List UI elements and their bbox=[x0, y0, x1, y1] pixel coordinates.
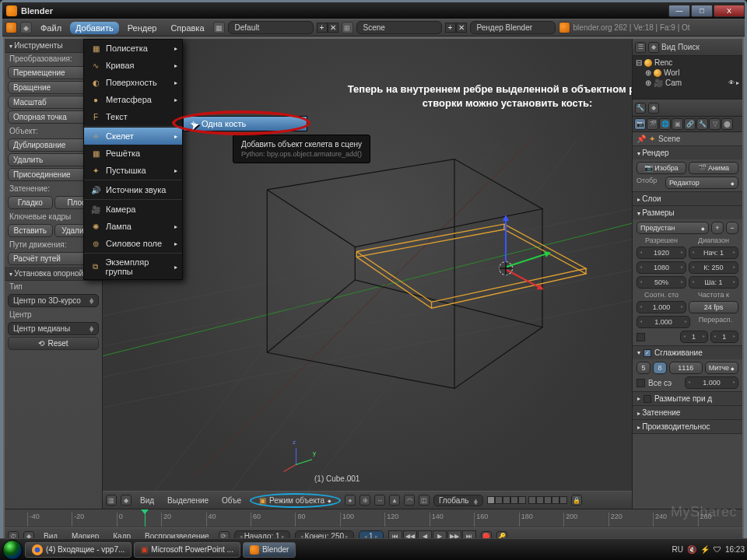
tray-icon[interactable]: 🛡 bbox=[714, 545, 721, 554]
timeline-cursor[interactable] bbox=[145, 509, 146, 527]
res-y-field[interactable]: 1080 bbox=[637, 261, 686, 274]
tab-object[interactable]: ▣ bbox=[672, 118, 683, 130]
taskbar-item[interactable]: ▣Microsoft PowerPoint ... bbox=[134, 542, 240, 558]
menu-add[interactable]: Добавить bbox=[70, 22, 119, 34]
preset-add-button[interactable]: + bbox=[711, 222, 724, 234]
preset-dropdown[interactable]: Предустан◆ bbox=[637, 222, 709, 234]
blender-home-icon[interactable] bbox=[559, 22, 570, 33]
frame-start-field[interactable]: Нач: 1 bbox=[689, 247, 738, 259]
outliner-collapse-icon[interactable]: ◆ bbox=[648, 42, 659, 53]
clock[interactable]: 16:23 bbox=[725, 545, 745, 554]
remap-old-field[interactable]: 1 bbox=[680, 331, 708, 343]
antialias-section-header[interactable]: ✓Сглаживание bbox=[633, 346, 742, 359]
taskbar-item[interactable]: Blender bbox=[243, 542, 296, 558]
border-checkbox[interactable] bbox=[637, 331, 678, 343]
menu-file[interactable]: Файл bbox=[35, 22, 67, 34]
render-engine-field[interactable]: Рендер Blender bbox=[470, 21, 556, 34]
tab-scene[interactable]: 🎬 bbox=[647, 118, 658, 130]
tray-icon[interactable]: ⚡ bbox=[700, 545, 710, 554]
translate-gizmo-icon[interactable]: ▲ bbox=[389, 495, 400, 506]
add-menu-item[interactable]: ∿Кривая bbox=[84, 57, 182, 74]
add-menu-item[interactable]: 🔊Источник звука bbox=[84, 181, 182, 198]
pivot-icon[interactable]: ⊕ bbox=[359, 495, 370, 506]
maximize-button[interactable]: □ bbox=[691, 5, 713, 17]
performance-section-header[interactable]: Производительнос bbox=[633, 420, 742, 433]
manipulator-icon[interactable]: ↔ bbox=[374, 495, 385, 506]
lock-camera-icon[interactable]: 🔒 bbox=[571, 495, 582, 506]
center-dropdown[interactable]: Центр медианы bbox=[8, 322, 99, 335]
close-button[interactable]: X bbox=[714, 5, 745, 17]
smooth-button[interactable]: Гладко bbox=[8, 196, 53, 209]
lang-indicator[interactable]: RU bbox=[672, 545, 683, 554]
rotate-gizmo-icon[interactable]: ◠ bbox=[404, 495, 415, 506]
collapse-icon[interactable]: ◆ bbox=[20, 22, 32, 33]
add-menu-item[interactable]: ✦Пустышка bbox=[84, 162, 182, 179]
preset-remove-button[interactable]: − bbox=[726, 222, 738, 234]
aa-1116-button[interactable]: 1116 bbox=[669, 362, 703, 374]
editor-type-icon[interactable]: i bbox=[5, 22, 17, 33]
shading-section-header[interactable]: Затенение bbox=[633, 406, 742, 419]
add-menu-item[interactable]: ⧉Экземпляр группы bbox=[84, 254, 182, 279]
remap-new-field[interactable]: 1 bbox=[710, 331, 738, 343]
full-sample-checkbox[interactable]: Все сэ bbox=[637, 376, 682, 389]
aa-8-button[interactable]: 8 bbox=[653, 362, 667, 374]
scene-add-remove[interactable]: +✕ bbox=[445, 23, 467, 33]
scale-gizmo-icon[interactable]: ◫ bbox=[419, 495, 430, 506]
add-menu-item[interactable]: ◐Поверхность bbox=[84, 74, 182, 91]
aa-filter-dropdown[interactable]: Митче◆ bbox=[705, 362, 738, 374]
layout-add-remove[interactable]: +✕ bbox=[317, 23, 338, 33]
outliner-search-menu[interactable]: Поиск bbox=[678, 43, 700, 51]
editor-type-3d-icon[interactable]: ▥ bbox=[106, 495, 117, 506]
props-collapse-icon[interactable]: ◆ bbox=[648, 103, 659, 114]
add-menu-item[interactable]: ●Метасфера bbox=[84, 91, 182, 108]
tab-render[interactable]: 📷 bbox=[634, 118, 646, 130]
object-menu[interactable]: Объе bbox=[217, 495, 246, 506]
timeline[interactable]: -40-200204060801001201401601802002202402… bbox=[5, 509, 742, 527]
frame-step-field[interactable]: Ша: 1 bbox=[689, 276, 738, 289]
select-menu[interactable]: Выделение bbox=[163, 495, 213, 506]
mode-dropdown[interactable]: Режим объекта bbox=[269, 496, 324, 505]
title-bar[interactable]: Blender — □ X bbox=[2, 2, 745, 19]
add-menu-item[interactable]: ✧Скелет bbox=[84, 128, 182, 145]
render-section-header[interactable]: Рендер bbox=[633, 146, 742, 159]
outliner[interactable]: ⊟Renc ⊕Worl ⊕🎥Cam👁 ▸ bbox=[633, 56, 742, 100]
tab-material[interactable]: ⬤ bbox=[721, 118, 733, 130]
tab-world[interactable]: 🌐 bbox=[659, 118, 671, 130]
windows-taskbar[interactable]: (4) Входящие - vpp7...▣Microsoft PowerPo… bbox=[0, 538, 747, 560]
display-dropdown[interactable]: Редактор◆ bbox=[665, 177, 738, 189]
motion-blur-header[interactable]: Размытие при д bbox=[633, 392, 742, 405]
add-menu-item[interactable]: ▦Полисетка bbox=[84, 40, 182, 57]
orientation-dropdown[interactable]: Глобаль bbox=[433, 495, 483, 506]
fps-dropdown[interactable]: 24 fps bbox=[689, 301, 738, 313]
menu-render[interactable]: Рендер bbox=[122, 22, 163, 34]
outliner-editor-icon[interactable]: ☰ bbox=[635, 42, 646, 53]
screen-layout-field[interactable]: Default bbox=[228, 21, 314, 34]
add-menu-item[interactable]: ▦Решётка bbox=[84, 145, 182, 162]
add-menu-item[interactable]: 🎥Камера bbox=[84, 201, 182, 218]
aspect-x-field[interactable]: 1.000 bbox=[637, 301, 686, 313]
props-editor-icon[interactable]: 🔧 bbox=[635, 103, 646, 114]
render-image-button[interactable]: 📷Изобра bbox=[637, 162, 686, 174]
aa-5-button[interactable]: 5 bbox=[637, 362, 651, 374]
render-anim-button[interactable]: 🎬Анима bbox=[689, 162, 738, 174]
tab-data[interactable]: ▽ bbox=[709, 118, 721, 130]
shading-sphere-icon[interactable]: ● bbox=[345, 495, 356, 506]
taskbar-item[interactable]: (4) Входящие - vpp7... bbox=[25, 542, 132, 558]
view-menu[interactable]: Вид bbox=[135, 495, 159, 506]
outliner-view-menu[interactable]: Вид bbox=[661, 43, 675, 51]
tab-constraints[interactable]: 🔗 bbox=[684, 118, 696, 130]
collapse-3d-icon[interactable]: ◆ bbox=[121, 495, 132, 506]
tab-modifiers[interactable]: 🔧 bbox=[696, 118, 708, 130]
origin-type-dropdown[interactable]: Центр по 3D-курсо bbox=[8, 294, 99, 307]
scene-browse-icon[interactable]: ⊞ bbox=[342, 22, 353, 33]
scene-field[interactable]: Scene bbox=[356, 21, 442, 34]
gizmo-z-axis[interactable] bbox=[505, 216, 507, 263]
aspect-y-field[interactable]: 1.000 bbox=[637, 316, 690, 328]
res-pct-field[interactable]: 50% bbox=[637, 276, 686, 289]
filter-size-field[interactable]: 1.000 bbox=[685, 376, 738, 389]
reset-button[interactable]: ⟲ Reset bbox=[8, 337, 99, 350]
tray-icon[interactable]: 🔇 bbox=[687, 545, 696, 554]
system-tray[interactable]: RU 🔇 ⚡ 🛡 16:23 bbox=[672, 545, 745, 554]
add-menu-item[interactable]: FТекст bbox=[84, 108, 182, 125]
start-button[interactable] bbox=[2, 540, 23, 560]
